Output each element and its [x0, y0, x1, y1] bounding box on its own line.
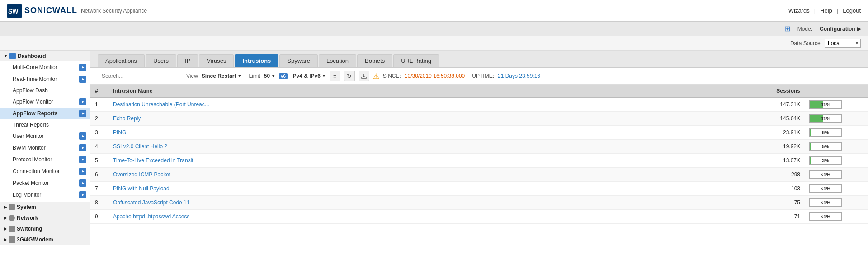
sidebar-item-packet-monitor[interactable]: Packet Monitor	[0, 177, 90, 189]
limit-dropdown[interactable]: 50 ▼	[264, 73, 275, 79]
tab-location[interactable]: Location	[319, 54, 356, 67]
col-header-sessions: Sessions	[750, 85, 805, 98]
sidebar-nav-icon-appflow-reports	[79, 110, 86, 117]
sidebar-section-dashboard[interactable]: ▼ Dashboard	[0, 51, 90, 61]
progress-bar-text: 41%	[810, 102, 841, 107]
product-name: Network Security Appliance	[81, 8, 147, 14]
tab-spyware[interactable]: Spyware	[279, 54, 318, 67]
sidebar-item-appflow-reports[interactable]: AppFlow Reports	[0, 108, 90, 119]
tab-botnets[interactable]: Botnets	[357, 54, 392, 67]
table-row: 3PING23.91K6%	[90, 126, 868, 140]
cell-intrusion-name[interactable]: Echo Reply	[108, 112, 750, 126]
sidebar-section-label-network: Network	[17, 215, 38, 221]
intrusion-name-link[interactable]: Time-To-Live Exceeded in Transit	[113, 157, 193, 164]
cell-intrusion-name[interactable]: Obfuscated JavaScript Code 11	[108, 196, 750, 210]
datasource-select[interactable]: Local Remote	[825, 39, 861, 48]
progress-bar-text: 6%	[810, 130, 841, 135]
table-container: # Intrusion Name Sessions 1Destination U…	[90, 85, 868, 269]
sidebar-item-multi-core-monitor[interactable]: Multi-Core Monitor	[0, 61, 90, 73]
cell-progress: 5%	[805, 140, 859, 154]
sidebar-item-user-monitor[interactable]: User Monitor	[0, 130, 90, 142]
sidebar-item-real-time-monitor[interactable]: Real-Time Monitor	[0, 73, 90, 85]
cell-sessions: 145.64K	[750, 112, 805, 126]
sidebar-item-protocol-monitor[interactable]: Protocol Monitor	[0, 154, 90, 165]
cell-sessions: 103	[750, 182, 805, 196]
intrusion-name-link[interactable]: SSLv2.0 Client Hello 2	[113, 143, 167, 150]
cell-intrusion-name[interactable]: Time-To-Live Exceeded in Transit	[108, 154, 750, 168]
export-button[interactable]	[359, 71, 369, 81]
sidebar-item-appflow-dash[interactable]: AppFlow Dash	[0, 85, 90, 96]
sidebar-item-threat-reports[interactable]: Threat Reports	[0, 119, 90, 130]
cell-sessions: 298	[750, 168, 805, 182]
intrusion-name-link[interactable]: Echo Reply	[113, 115, 141, 122]
cell-intrusion-name[interactable]: SSLv2.0 Client Hello 2	[108, 140, 750, 154]
search-input[interactable]	[98, 71, 179, 81]
cell-intrusion-name[interactable]: PING with Null Payload	[108, 182, 750, 196]
sidebar-label-protocol-monitor: Protocol Monitor	[13, 156, 52, 163]
sidebar-section-network[interactable]: ▶ Network	[0, 212, 90, 223]
sidebar-section-system[interactable]: ▶ System	[0, 202, 90, 212]
cell-progress: 41%	[805, 98, 859, 112]
top-header: SW SONICWALL Network Security Appliance …	[0, 0, 868, 22]
sidebar-section-label-3g4g: 3G/4G/Modem	[17, 236, 53, 243]
ip-version-value: IPv4 & IPv6	[291, 73, 321, 79]
intrusion-name-link[interactable]: Obfuscated JavaScript Code 11	[113, 199, 189, 206]
tab-users[interactable]: Users	[146, 54, 176, 67]
tab-url-rating[interactable]: URL Rating	[393, 54, 439, 67]
tab-applications[interactable]: Applications	[98, 54, 145, 67]
tab-viruses[interactable]: Viruses	[199, 54, 234, 67]
logout-link[interactable]: Logout	[843, 7, 861, 14]
tab-ip[interactable]: IP	[177, 54, 198, 67]
system-icon	[9, 204, 15, 210]
intrusion-name-link[interactable]: Apache httpd .htpasswd Access	[113, 213, 189, 220]
col-header-name: Intrusion Name	[108, 85, 750, 98]
wizards-link[interactable]: Wizards	[788, 7, 810, 14]
cell-intrusion-name[interactable]: Oversized ICMP Packet	[108, 168, 750, 182]
dashboard-collapse-arrow: ▼	[4, 54, 8, 58]
sidebar-nav-icon-bwm-monitor	[79, 144, 86, 151]
mode-value[interactable]: Configuration ▶	[820, 26, 861, 32]
cell-progress: 3%	[805, 154, 859, 168]
sidebar-section-switching[interactable]: ▶ Switching	[0, 223, 90, 234]
table-row: 1Destination Unreachable (Port Unreac...…	[90, 98, 868, 112]
cell-spacer	[859, 98, 868, 112]
intrusion-name-link[interactable]: Oversized ICMP Packet	[113, 171, 170, 178]
ip-version-dropdown[interactable]: IPv4 & IPv6 ▼	[291, 73, 326, 79]
table-row: 6Oversized ICMP Packet298<1%	[90, 168, 868, 182]
sidebar-label-appflow-dash: AppFlow Dash	[13, 87, 48, 94]
sidebar-item-bwm-monitor[interactable]: BWM Monitor	[0, 142, 90, 154]
progress-bar-container: 6%	[809, 128, 842, 137]
tab-intrusions[interactable]: Intrusions	[235, 54, 278, 67]
col-header-num: #	[90, 85, 108, 98]
intrusion-name-link[interactable]: PING with Null Payload	[113, 185, 170, 192]
cell-intrusion-name[interactable]: PING	[108, 126, 750, 140]
sidebar-item-log-monitor[interactable]: Log Monitor	[0, 189, 90, 201]
cell-intrusion-name[interactable]: Apache httpd .htpasswd Access	[108, 210, 750, 224]
svg-text:SW: SW	[8, 8, 19, 15]
table-row: 7PING with Null Payload103<1%	[90, 182, 868, 196]
datasource-wrapper: Local Remote	[825, 39, 861, 48]
since-value: 10/30/2019 16:50:38.000	[405, 73, 465, 79]
dashboard-icon	[9, 53, 16, 59]
sidebar-section-3g4g[interactable]: ▶ 3G/4G/Modem	[0, 234, 90, 245]
cell-num: 1	[90, 98, 108, 112]
help-link[interactable]: Help	[820, 7, 832, 14]
intrusion-name-link[interactable]: Destination Unreachable (Port Unreac...	[113, 101, 209, 108]
cell-intrusion-name[interactable]: Destination Unreachable (Port Unreac...	[108, 98, 750, 112]
sidebar-label-connection-monitor: Connection Monitor	[13, 168, 60, 175]
intrusions-table: # Intrusion Name Sessions 1Destination U…	[90, 85, 868, 224]
sidebar-nav-icon-connection-monitor	[79, 168, 86, 175]
view-label: View	[186, 73, 198, 79]
3g4g-icon	[9, 236, 15, 243]
sidebar-item-connection-monitor[interactable]: Connection Monitor	[0, 165, 90, 177]
refresh-button[interactable]: ↻	[344, 71, 355, 81]
cell-num: 8	[90, 196, 108, 210]
sidebar-label-real-time-monitor: Real-Time Monitor	[13, 76, 57, 82]
progress-bar-text: <1%	[810, 214, 841, 219]
columns-button[interactable]: ≡	[330, 71, 340, 81]
view-dropdown[interactable]: Since Restart ▼	[202, 73, 242, 79]
sidebar-item-appflow-monitor[interactable]: AppFlow Monitor	[0, 96, 90, 108]
tab-bar: Applications Users IP Viruses Intrusions…	[90, 51, 868, 68]
sidebar-nav-icon-user-monitor	[79, 132, 86, 140]
intrusion-name-link[interactable]: PING	[113, 129, 126, 136]
